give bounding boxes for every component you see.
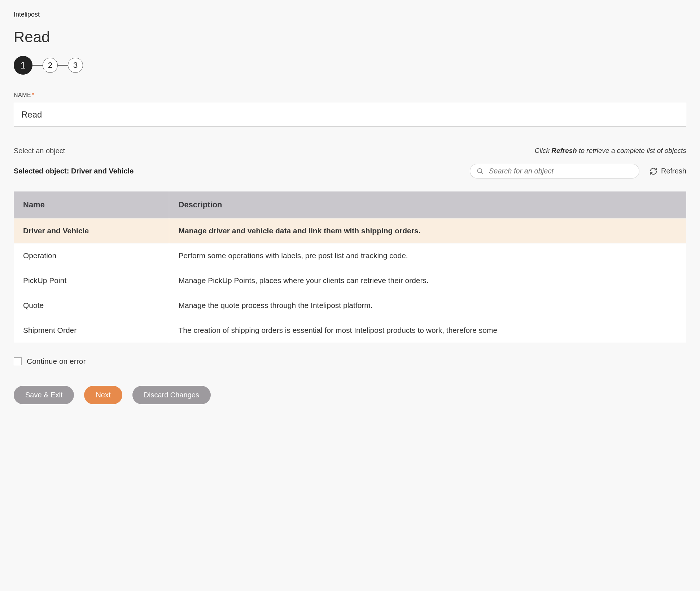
step-3[interactable]: 3: [68, 58, 83, 73]
refresh-hint-suffix: to retrieve a complete list of objects: [577, 147, 686, 154]
selected-object-display: Selected object: Driver and Vehicle: [14, 167, 134, 175]
name-label-text: NAME: [14, 92, 31, 98]
refresh-hint: Click Refresh to retrieve a complete lis…: [535, 147, 686, 155]
col-header-name[interactable]: Name: [14, 191, 169, 219]
cell-name: Shipment Order: [14, 318, 169, 343]
cell-description: Manage PickUp Points, places where your …: [169, 268, 686, 293]
selected-object-value: Driver and Vehicle: [71, 167, 134, 175]
select-object-label: Select an object: [14, 147, 65, 155]
step-1[interactable]: 1: [14, 56, 32, 75]
object-table: Name Description Driver and VehicleManag…: [14, 191, 686, 343]
breadcrumb-intelipost[interactable]: Intelipost: [14, 11, 40, 18]
table-row[interactable]: Driver and VehicleManage driver and vehi…: [14, 219, 686, 243]
search-object-wrap[interactable]: [470, 164, 639, 178]
step-2[interactable]: 2: [43, 58, 58, 73]
refresh-icon: [649, 167, 657, 175]
table-row[interactable]: OperationPerform some operations with la…: [14, 243, 686, 268]
discard-changes-button[interactable]: Discard Changes: [132, 386, 211, 404]
cell-name: Operation: [14, 243, 169, 268]
cell-description: The creation of shipping orders is essen…: [169, 318, 686, 343]
refresh-hint-bold: Refresh: [551, 147, 577, 154]
table-row[interactable]: Shipment OrderThe creation of shipping o…: [14, 318, 686, 343]
table-row[interactable]: QuoteManage the quote process through th…: [14, 293, 686, 318]
wizard-stepper: 1 2 3: [14, 56, 686, 75]
search-input[interactable]: [489, 167, 633, 175]
cell-name: PickUp Point: [14, 268, 169, 293]
selected-object-prefix: Selected object:: [14, 167, 71, 175]
continue-on-error-checkbox[interactable]: [14, 357, 22, 365]
save-exit-button[interactable]: Save & Exit: [14, 386, 74, 404]
col-header-description[interactable]: Description: [169, 191, 686, 219]
refresh-button[interactable]: Refresh: [649, 167, 686, 175]
name-field-label: NAME*: [14, 92, 686, 98]
refresh-button-label: Refresh: [661, 167, 686, 175]
page-title: Read: [14, 28, 686, 46]
svg-line-1: [481, 172, 483, 174]
search-icon: [477, 168, 484, 175]
refresh-hint-prefix: Click: [535, 147, 551, 154]
continue-on-error-label: Continue on error: [27, 357, 86, 366]
step-connector: [32, 65, 43, 66]
cell-name: Driver and Vehicle: [14, 219, 169, 243]
next-button[interactable]: Next: [84, 386, 122, 404]
cell-description: Perform some operations with labels, pre…: [169, 243, 686, 268]
name-input[interactable]: [14, 103, 686, 127]
step-connector: [58, 65, 68, 66]
cell-name: Quote: [14, 293, 169, 318]
svg-point-0: [477, 168, 482, 173]
table-row[interactable]: PickUp PointManage PickUp Points, places…: [14, 268, 686, 293]
cell-description: Manage the quote process through the Int…: [169, 293, 686, 318]
cell-description: Manage driver and vehicle data and link …: [169, 219, 686, 243]
required-asterisk: *: [32, 92, 34, 98]
